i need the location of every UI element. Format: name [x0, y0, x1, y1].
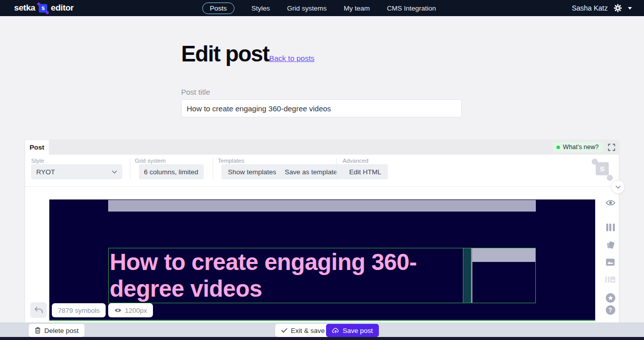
nav-item-posts[interactable]: Posts [202, 3, 234, 14]
grid-columns-icon[interactable] [602, 224, 619, 231]
main-nav: Posts Styles Grid systems My team CMS In… [202, 0, 436, 16]
viewport-width-badge[interactable]: 1200px [108, 303, 153, 317]
nav-item-grid-systems[interactable]: Grid systems [287, 5, 327, 12]
style-section-label: Style [31, 158, 44, 164]
symbols-count-badge: 7879 symbols [52, 303, 106, 317]
collapse-toolbar-button[interactable] [611, 180, 625, 194]
notification-dot-icon [556, 146, 560, 149]
save-as-template-button[interactable]: Save as template [278, 164, 344, 179]
grid-system-dropdown[interactable]: 6 columns, limited [139, 164, 204, 179]
setka-s-icon: s [39, 4, 47, 13]
gear-icon[interactable] [613, 4, 622, 13]
nav-item-styles[interactable]: Styles [252, 5, 270, 12]
back-to-posts-link[interactable]: Back to posts [269, 54, 314, 62]
chevron-down-icon [615, 185, 621, 189]
edit-html-button[interactable]: Edit HTML [343, 164, 388, 179]
cloud-upload-icon [332, 328, 339, 333]
advanced-section-label: Advanced [343, 158, 368, 164]
panel-tab-bar: Post What's new? [25, 140, 619, 155]
show-templates-button[interactable]: Show templates [221, 164, 283, 179]
post-title-input[interactable] [181, 99, 462, 117]
fullscreen-icon[interactable] [608, 144, 615, 151]
whats-new-button[interactable]: What's new? [553, 142, 603, 152]
headline-right-column[interactable] [471, 248, 535, 303]
page-bottom-strip [0, 337, 644, 340]
setka-watermark-icon: s [593, 160, 612, 179]
setka-logo[interactable]: setka s editor [14, 0, 73, 16]
post-title-label: Post title [181, 88, 210, 96]
post-editor-panel: Post What's new? Style RYOT Grid system [25, 140, 619, 322]
column-gutter [463, 248, 471, 303]
exit-and-save-button[interactable]: Exit & save [275, 324, 331, 337]
setka-editor-app: setka s editor Posts Styles Grid systems… [0, 0, 644, 340]
canvas-placeholder-bar[interactable] [108, 200, 536, 212]
undo-button[interactable] [30, 302, 47, 318]
templates-section-label: Templates [218, 158, 244, 164]
nav-item-my-team[interactable]: My team [344, 5, 370, 12]
grid-section-label: Grid system [135, 158, 166, 164]
style-dropdown[interactable]: RYOT [31, 164, 122, 179]
layout-image-icon[interactable] [602, 276, 619, 283]
user-menu[interactable]: Sasha Katz [572, 0, 632, 16]
undo-icon [34, 307, 43, 313]
top-navbar: setka s editor Posts Styles Grid systems… [0, 0, 644, 16]
image-icon[interactable] [602, 258, 619, 266]
post-headline-text[interactable]: How to create engaging 360-degree videos [110, 249, 465, 302]
save-post-button[interactable]: Save post [326, 324, 379, 337]
eye-icon [114, 308, 122, 313]
logo-dot-icon [46, 11, 49, 14]
toolbar-divider [336, 158, 337, 179]
logo-text-editor: editor [51, 3, 73, 13]
trash-icon [35, 327, 41, 334]
logo-dot-icon [37, 3, 40, 6]
check-icon [281, 328, 287, 333]
toolbar-separator [25, 186, 619, 187]
user-name: Sasha Katz [572, 4, 608, 12]
page-title: Edit post [181, 41, 269, 66]
tab-post[interactable]: Post [25, 140, 49, 155]
toolbar-divider [213, 158, 213, 179]
chevron-down-icon[interactable] [628, 7, 632, 10]
style-swatches-icon[interactable] [602, 241, 619, 250]
right-column-placeholder[interactable] [472, 248, 535, 262]
delete-post-button[interactable]: Delete post [29, 324, 85, 337]
nav-item-cms-integration[interactable]: CMS Integration [387, 5, 436, 12]
preview-eye-icon[interactable] [602, 199, 619, 206]
toolbar-divider [130, 158, 130, 179]
next-block-selection-edge [49, 320, 595, 321]
star-icon[interactable] [602, 293, 619, 303]
logo-text-setka: setka [14, 3, 35, 13]
editor-canvas[interactable]: How to create engaging 360-degree videos [49, 199, 595, 321]
help-icon[interactable]: ? [602, 305, 619, 315]
chevron-down-icon [112, 170, 117, 174]
selected-headline-block[interactable]: How to create engaging 360-degree videos [108, 248, 536, 303]
